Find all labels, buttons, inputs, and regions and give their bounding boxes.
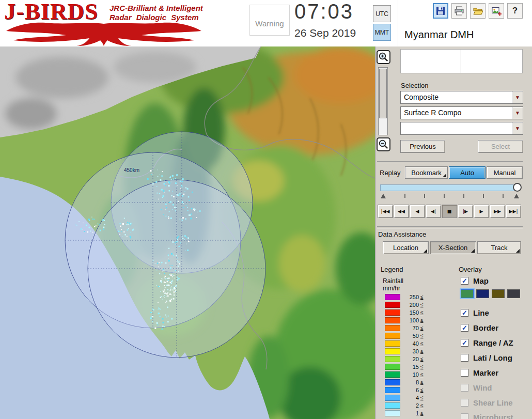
legend-color-swatch: [385, 356, 400, 362]
zoom-slider-track[interactable]: [378, 67, 388, 135]
control-panel: Selection Composite ▼ Surface R Compo ▼ …: [375, 46, 532, 419]
selection-label: Selection: [401, 82, 428, 89]
replay-timeline-thumb[interactable]: [513, 183, 522, 192]
bookmark-button[interactable]: Bookmark: [405, 166, 448, 179]
save-button[interactable]: [433, 3, 448, 19]
auto-button[interactable]: Auto: [449, 166, 486, 179]
legend-scale: 250≤ 200≤ 150≤ 100≤ 70≤ 50≤ 40≤ 30≤ 20≤ …: [385, 293, 424, 417]
chevron-down-icon[interactable]: ▼: [512, 91, 523, 103]
legend-color-swatch: [385, 379, 400, 385]
fast-rewind-button[interactable]: ◀◀: [394, 205, 409, 218]
composite-dropdown[interactable]: Composite ▼: [400, 91, 523, 104]
legend-color-swatch: [385, 348, 400, 354]
legend-entry: 8≤: [385, 378, 424, 386]
radar-map[interactable]: 450km: [0, 46, 375, 419]
separator: [377, 226, 523, 228]
map-checkbox[interactable]: ✓: [461, 277, 468, 285]
separator: [377, 161, 523, 163]
track-button[interactable]: Track: [477, 241, 521, 254]
microburst-checkbox: [461, 413, 468, 419]
info-box-divider: [461, 50, 461, 73]
zoom-out-button[interactable]: [377, 137, 390, 151]
legend-color-swatch: [385, 333, 400, 339]
timezone-mmt-button[interactable]: MMT: [373, 24, 391, 41]
legend-color-swatch: [385, 325, 400, 331]
marker-checkbox[interactable]: [461, 369, 468, 377]
legend-color-swatch: [385, 294, 400, 300]
legend-color-swatch: [385, 387, 400, 393]
range-az-checkbox[interactable]: ✓: [461, 339, 468, 347]
print-icon: [454, 6, 464, 16]
toolbar: ?: [433, 3, 523, 19]
timezone-utc-button[interactable]: UTC: [373, 5, 391, 22]
help-button[interactable]: ?: [507, 3, 523, 19]
legend-entry: 70≤: [385, 324, 424, 332]
zoom-in-button[interactable]: [377, 50, 390, 64]
line-checkbox[interactable]: ✓: [461, 309, 468, 317]
header-divider: [398, 0, 398, 46]
legend-entry: 2≤: [385, 401, 424, 409]
lati-long-checkbox[interactable]: [461, 354, 468, 362]
extra-dropdown[interactable]: ▼: [400, 122, 523, 135]
step-back-button[interactable]: ◀|: [426, 205, 441, 218]
stop-button[interactable]: ■: [442, 205, 457, 218]
save-icon: [435, 6, 446, 16]
map-style-navy[interactable]: [476, 289, 489, 298]
shear-line-checkbox: [461, 399, 468, 407]
legend-entry: 100≤: [385, 316, 424, 324]
clock-date: 26 Sep 2019: [294, 27, 356, 39]
step-forward-button[interactable]: |▶: [458, 205, 473, 218]
x-section-button[interactable]: X-Section: [430, 241, 476, 254]
app-logo-subtitle2: Radar Dialogic System: [109, 13, 199, 22]
rewind-start-button[interactable]: |◀◀: [378, 205, 393, 218]
status-info-box: [400, 49, 523, 73]
print-button[interactable]: [451, 3, 467, 19]
select-button: Select: [478, 140, 523, 153]
open-folder-icon: [473, 6, 483, 16]
manual-button[interactable]: Manual: [487, 166, 523, 179]
zoom-out-icon: [378, 139, 389, 150]
zoom-slider-thumb[interactable]: [379, 69, 387, 118]
replay-timeline-ticks: [380, 192, 520, 199]
map-style-selector: [461, 289, 520, 298]
open-file-button[interactable]: [470, 3, 486, 19]
play-reverse-button[interactable]: ◀: [410, 205, 425, 218]
forward-end-button[interactable]: ▶▶|: [506, 205, 521, 218]
legend-entry: 150≤: [385, 308, 424, 316]
replay-timeline-track[interactable]: [380, 184, 520, 191]
map-style-dark-gray[interactable]: [507, 289, 520, 298]
range-label: 450km: [124, 167, 139, 173]
chevron-down-icon[interactable]: ▼: [512, 107, 523, 119]
location-button[interactable]: Location: [383, 241, 429, 254]
add-image-button[interactable]: [489, 3, 504, 19]
warning-button[interactable]: Warning: [249, 5, 290, 36]
legend-entry: 40≤: [385, 339, 424, 347]
legend-color-swatch: [385, 340, 400, 347]
product-dropdown[interactable]: Surface R Compo ▼: [400, 106, 523, 119]
eagle-logo-icon: [4, 22, 203, 46]
legend-color-swatch: [385, 371, 400, 378]
clock-time: 07:03: [294, 0, 354, 23]
map-style-olive[interactable]: [492, 289, 505, 298]
wind-checkbox: [461, 384, 468, 392]
product-dropdown-value: Surface R Compo: [404, 108, 461, 117]
legend-entry: 6≤: [385, 386, 424, 394]
legend-entry: 30≤: [385, 347, 424, 355]
legend-color-swatch: [385, 364, 400, 370]
legend-unit-line1: Rainfall: [383, 277, 403, 285]
composite-dropdown-value: Composite: [404, 93, 439, 101]
play-button[interactable]: ▶: [474, 205, 489, 218]
app-logo-title: J-BIRDS: [4, 0, 98, 25]
map-style-terrain-green[interactable]: [461, 289, 474, 298]
legend-entry: 15≤: [385, 363, 424, 370]
data-assistance-label: Data Assistance: [378, 230, 426, 238]
legend-unit-line2: mm/hr: [383, 285, 400, 292]
fast-forward-button[interactable]: ▶▶: [490, 205, 505, 218]
legend-entry: 1≤: [385, 409, 424, 417]
border-checkbox[interactable]: ✓: [461, 324, 468, 332]
previous-button[interactable]: Previous: [400, 140, 445, 153]
chevron-down-icon[interactable]: ▼: [512, 122, 523, 134]
transport-controls: |◀◀ ◀◀ ◀ ◀| ■ |▶ ▶ ▶▶ ▶▶|: [378, 205, 521, 218]
legend-entry: 4≤: [385, 394, 424, 401]
header-bar: J-BIRDS JRC-Brilliant & Intelligent Rada…: [0, 0, 532, 47]
